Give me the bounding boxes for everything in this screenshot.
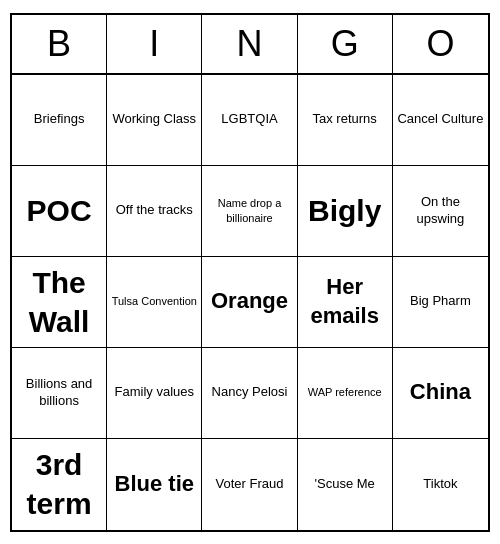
bingo-cell[interactable]: Tax returns — [298, 75, 393, 166]
bingo-cell[interactable]: Her emails — [298, 257, 393, 348]
bingo-cell[interactable]: China — [393, 348, 488, 439]
header-g: G — [298, 15, 393, 73]
bingo-cell[interactable]: Nancy Pelosi — [202, 348, 297, 439]
bingo-cell[interactable]: POC — [12, 166, 107, 257]
header-b: B — [12, 15, 107, 73]
header-i: I — [107, 15, 202, 73]
bingo-cell[interactable]: Voter Fraud — [202, 439, 297, 530]
bingo-card: B I N G O BriefingsWorking ClassLGBTQIAT… — [10, 13, 490, 532]
bingo-cell[interactable]: Name drop a billionaire — [202, 166, 297, 257]
header-o: O — [393, 15, 488, 73]
bingo-cell[interactable]: Bigly — [298, 166, 393, 257]
bingo-cell[interactable]: Blue tie — [107, 439, 202, 530]
bingo-cell[interactable]: Working Class — [107, 75, 202, 166]
bingo-cell[interactable]: Orange — [202, 257, 297, 348]
bingo-cell[interactable]: Tulsa Convention — [107, 257, 202, 348]
bingo-cell[interactable]: Family values — [107, 348, 202, 439]
bingo-cell[interactable]: Off the tracks — [107, 166, 202, 257]
bingo-cell[interactable]: The Wall — [12, 257, 107, 348]
bingo-grid: BriefingsWorking ClassLGBTQIATax returns… — [12, 75, 488, 530]
bingo-cell[interactable]: Tiktok — [393, 439, 488, 530]
bingo-cell[interactable]: Briefings — [12, 75, 107, 166]
bingo-cell[interactable]: Billions and billions — [12, 348, 107, 439]
bingo-cell[interactable]: 'Scuse Me — [298, 439, 393, 530]
bingo-cell[interactable]: On the upswing — [393, 166, 488, 257]
header-n: N — [202, 15, 297, 73]
bingo-cell[interactable]: 3rd term — [12, 439, 107, 530]
bingo-cell[interactable]: Cancel Culture — [393, 75, 488, 166]
bingo-cell[interactable]: WAP reference — [298, 348, 393, 439]
bingo-cell[interactable]: Big Pharm — [393, 257, 488, 348]
bingo-cell[interactable]: LGBTQIA — [202, 75, 297, 166]
bingo-header: B I N G O — [12, 15, 488, 75]
